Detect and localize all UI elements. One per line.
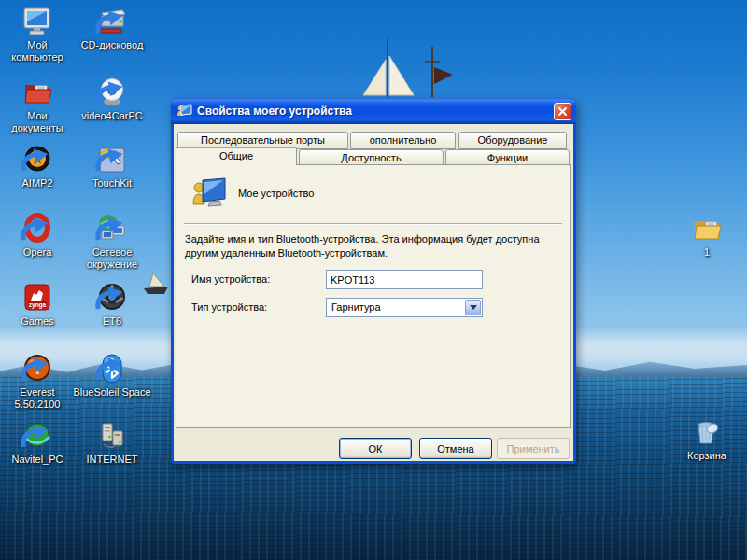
desktop-icon-video4carpc[interactable]: video4CarPC — [77, 77, 148, 122]
my-device-icon — [191, 176, 229, 210]
sailboat-masts — [358, 35, 479, 99]
tab-additional[interactable]: ополнительно — [350, 132, 456, 149]
device-name-label: Имя устройства: — [191, 273, 270, 285]
desktop-icon-label: BlueSoleil Space — [65, 386, 159, 399]
device-type-select[interactable]: Гарнитура — [326, 298, 483, 317]
desktop-icon-label: Мой компьютер — [2, 39, 73, 63]
device-name-input[interactable] — [326, 270, 483, 289]
device-name-header: Мое устройство — [238, 188, 314, 199]
close-icon[interactable] — [554, 103, 571, 120]
svg-text:zynga: zynga — [29, 301, 47, 309]
everest-icon: i — [21, 353, 53, 385]
desktop-icon-label: Opera — [23, 246, 52, 259]
apply-button[interactable]: Применить — [497, 438, 570, 459]
desktop-icon-network-places[interactable]: Сетевое окружение — [77, 213, 148, 271]
navitel-icon — [21, 420, 53, 452]
desktop-icon-label: CD-дисковод — [81, 39, 144, 51]
tab-functions[interactable]: Функции — [445, 149, 570, 165]
touchkit-icon — [96, 144, 128, 175]
desktop-icon-zynga-games[interactable]: zynga Games — [2, 282, 73, 328]
device-type-value: Гарнитура — [331, 301, 381, 313]
desktop-icon-label: Everest 5.50.2100 — [2, 386, 73, 411]
chevron-down-icon — [470, 305, 477, 310]
desktop-icon-recycle-bin[interactable]: Корзина — [671, 416, 742, 462]
desktop: { "desktop": { "icons": [ {"label": "Мой… — [0, 0, 747, 560]
recycle-bin-icon — [691, 416, 723, 448]
device-window-icon — [176, 104, 192, 119]
desktop-icon-label: Navitel_PC — [11, 454, 63, 466]
desktop-icon-folder-1[interactable]: 1 — [671, 213, 742, 259]
webcam-icon — [96, 77, 128, 108]
desktop-icon-label: Корзина — [687, 450, 726, 462]
tab-hardware[interactable]: Оборудование — [458, 132, 567, 149]
bluetooth-icon — [96, 353, 128, 385]
desktop-icon-touchkit[interactable]: TouchKit — [77, 144, 148, 189]
desktop-icon-aimp2[interactable]: AIMP2 — [2, 144, 73, 189]
device-description: Задайте имя и тип Bluetooth-устройства. … — [185, 232, 560, 260]
cancel-button[interactable]: Отмена — [419, 438, 492, 459]
desktop-icon-my-documents[interactable]: Мои документы — [2, 77, 73, 134]
desktop-icon-internet[interactable]: INTERNET — [77, 420, 148, 466]
combo-dropdown-button[interactable] — [465, 300, 481, 315]
internet-icon — [96, 420, 128, 452]
desktop-icon-navitel[interactable]: Navitel_PC — [2, 420, 73, 466]
desktop-icon-bluesoleil[interactable]: BlueSoleil Space — [77, 353, 148, 399]
aimp-icon — [21, 144, 53, 175]
desktop-icon-label: Сетевое окружение — [77, 246, 148, 271]
device-type-label: Тип устройства: — [191, 301, 267, 313]
separator-line — [184, 223, 562, 225]
steering-wheel-icon — [96, 282, 128, 314]
desktop-icon-label: Games — [21, 315, 53, 328]
dialog-title: Свойства моего устройства — [197, 105, 352, 118]
tab-general[interactable]: Общие — [176, 147, 297, 165]
desktop-icon-label: 1 — [704, 246, 710, 259]
desktop-icon-label: Мои документы — [2, 110, 73, 134]
zynga-icon: zynga — [21, 282, 53, 314]
general-tab-panel: Мое устройство Задайте имя и тип Bluetoo… — [176, 164, 571, 428]
network-places-icon — [96, 213, 128, 245]
dialog-titlebar[interactable]: Свойства моего устройства — [171, 98, 576, 124]
my-documents-icon — [21, 77, 53, 108]
opera-icon — [21, 213, 53, 245]
device-properties-dialog: Свойства моего устройства Последовательн… — [171, 98, 576, 464]
ok-button[interactable]: ОК — [339, 438, 412, 459]
desktop-icon-label: ET6 — [103, 315, 121, 328]
folder-icon — [691, 213, 723, 245]
desktop-icon-label: TouchKit — [92, 177, 132, 189]
cd-drive-icon — [96, 6, 128, 37]
desktop-icon-everest[interactable]: i Everest 5.50.2100 — [2, 353, 73, 411]
desktop-icon-opera[interactable]: Opera — [2, 213, 73, 259]
tab-accessibility[interactable]: Доступность — [299, 149, 444, 165]
my-computer-icon — [21, 6, 53, 37]
desktop-icon-label: AIMP2 — [21, 177, 52, 189]
desktop-icon-label: INTERNET — [87, 454, 138, 466]
desktop-icon-cd-drive[interactable]: CD-дисковод — [77, 6, 148, 51]
desktop-icon-my-computer[interactable]: Мой компьютер — [2, 6, 73, 63]
desktop-icon-label: video4CarPC — [81, 110, 142, 122]
desktop-icon-et6[interactable]: ET6 — [77, 282, 148, 328]
